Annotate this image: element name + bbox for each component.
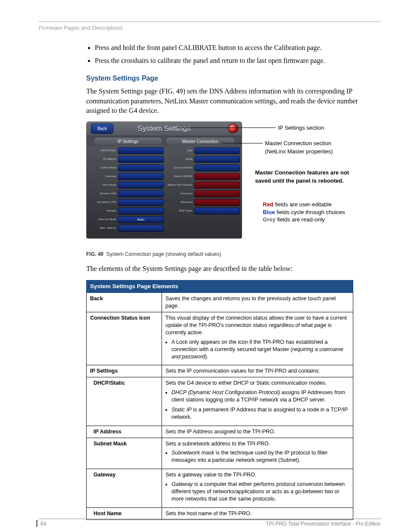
table-key: Host Name: [87, 507, 162, 520]
table-row: BackSaves the changes and returns you to…: [87, 293, 353, 312]
section-heading: System Settings Page: [86, 74, 381, 83]
page-footer: 64 TPI-PRO Total Presentation Interface …: [39, 519, 381, 519]
table-key: IP Address: [87, 426, 162, 438]
table-value: Sets a subnetwork address to the TPI-PRO…: [162, 438, 353, 469]
tab-ip-settings[interactable]: IP Settings: [93, 137, 163, 146]
system-settings-panel: Back System Settings IP Settings Master …: [86, 121, 242, 239]
table-key: IP Settings: [87, 365, 162, 377]
field-label: MAC Address: [88, 226, 118, 230]
callout-master-connection: Master Connection section (NetLinx Maste…: [265, 140, 333, 155]
field-label: Host Name: [88, 183, 118, 187]
page-number: 64: [40, 521, 46, 527]
ip-row: Gateway: [88, 173, 164, 180]
back-button[interactable]: Back: [91, 124, 113, 134]
table-value: Sets the IP Address assigned to the TPI-…: [162, 426, 353, 438]
field-label: Subnet Mask: [88, 166, 118, 170]
sub-list: DHCP (Dynamic Host Configuration Protoco…: [165, 389, 349, 421]
ip-row: IP Address: [88, 156, 164, 163]
field-input[interactable]: [118, 156, 164, 163]
callout-color-legend: Red fields are user-editable Blue fields…: [263, 201, 345, 224]
ip-row: Domain: [88, 207, 164, 215]
table-value: Sets the IP communication values for the…: [162, 365, 353, 377]
field-label: Master IP/URL: [165, 174, 194, 179]
sub-list: Subnetwork mask is the technique used by…: [165, 449, 349, 464]
table-value: This visual display of the connection st…: [162, 312, 353, 365]
elements-table: System Settings Page Elements BackSaves …: [86, 280, 353, 520]
field-label: Secondary DNS: [88, 200, 118, 205]
table-row: GatewaySets a gateway value to the TPI-P…: [87, 469, 353, 508]
field-label: Username: [165, 192, 194, 196]
field-input[interactable]: [194, 182, 240, 189]
field-input[interactable]: [118, 190, 164, 197]
sub-item: DHCP (Dynamic Host Configuration Protoco…: [171, 389, 349, 404]
sub-item: Static IP is a permanent IP Address that…: [171, 406, 349, 421]
field-label: Primary DNS: [88, 192, 118, 196]
field-label: Mode: [165, 157, 194, 162]
table-row: Host NameSets the host name of the TPI-P…: [87, 507, 353, 520]
ip-settings-column: DHCP/StaticIP AddressSubnet MaskGatewayH…: [88, 147, 164, 233]
running-header: Firmware Pages and Descriptions: [39, 25, 381, 31]
callout-reboot-note: Master Connection features are not saved…: [255, 169, 354, 184]
bullet-list: Press and hold the front panel CALIBRATE…: [39, 43, 381, 66]
table-value: Saves the changes and returns you to the…: [162, 293, 353, 312]
sub-item: Gateway is a computer that either perfor…: [171, 481, 349, 503]
field-input[interactable]: [118, 208, 164, 215]
field-label: Gateway: [88, 174, 118, 179]
field-input[interactable]: [118, 173, 164, 180]
field-input[interactable]: [118, 182, 164, 189]
field-input[interactable]: [194, 147, 240, 154]
field-input[interactable]: [118, 225, 164, 232]
table-key: Gateway: [87, 469, 162, 508]
tab-master-connection[interactable]: Master Connection: [165, 137, 235, 146]
post-figure-paragraph: The elements of the System Settings page…: [86, 264, 381, 274]
footer-text: TPI-PRO Total Presentation Interface - P…: [266, 521, 381, 527]
field-input[interactable]: [194, 156, 240, 163]
sub-item: A Lock only appears on the icon if the T…: [171, 339, 349, 361]
field-label: Master Port Number: [165, 183, 194, 187]
field-input[interactable]: [118, 147, 164, 154]
field-input[interactable]: [194, 173, 240, 180]
field-label: Ethernet Mode: [88, 218, 118, 222]
table-row: Subnet MaskSets a subnetwork address to …: [87, 438, 353, 469]
header-rule: [39, 22, 381, 22]
panel-columns: DHCP/StaticIP AddressSubnet MaskGatewayH…: [87, 146, 242, 238]
ip-row: Ethernet ModeAuto: [88, 216, 164, 224]
field-label: IP Address: [88, 157, 118, 162]
sub-list: Gateway is a computer that either perfor…: [165, 481, 349, 503]
field-input[interactable]: [194, 208, 240, 215]
bullet-item: Press the crosshairs to calibrate the pa…: [95, 56, 381, 65]
mc-row: Type: [165, 147, 240, 155]
panel-tabs: IP Settings Master Connection: [87, 136, 242, 146]
field-input[interactable]: [194, 165, 240, 171]
intro-paragraph: The System Settings page (FIG. 49) sets …: [86, 87, 381, 115]
callout-ip-settings: IP Settings section: [278, 124, 324, 132]
table-key: Connection Status icon: [87, 312, 162, 365]
field-input[interactable]: [194, 190, 240, 197]
field-label: DHCP/Static: [88, 149, 118, 153]
figure-wrapper: Back System Settings IP Settings Master …: [86, 121, 381, 246]
figure-caption: FIG. 49 System Connection page (showing …: [86, 251, 381, 258]
mc-row: Master Port Number: [165, 181, 240, 189]
table-value: Sets the host name of the TPI-PRO.: [162, 507, 353, 520]
master-connection-column: TypeModeSystem NumberMaster IP/URLMaster…: [165, 147, 240, 216]
page: Firmware Pages and Descriptions Press an…: [0, 0, 411, 532]
field-input[interactable]: Auto: [118, 216, 164, 223]
table-value: Sets the G4 device to either DHCP or Sta…: [162, 377, 353, 426]
mc-row: NDP Name: [165, 207, 240, 215]
table-row: DHCP/StaticSets the G4 device to either …: [87, 377, 353, 426]
ip-row: Secondary DNS: [88, 199, 164, 206]
body: Press and hold the front panel CALIBRATE…: [39, 43, 381, 520]
field-label: Type: [165, 149, 194, 153]
field-input[interactable]: [194, 199, 240, 206]
field-input[interactable]: [118, 165, 164, 171]
mc-row: Username: [165, 190, 240, 198]
ip-row: Subnet Mask: [88, 164, 164, 172]
ip-row: DHCP/Static: [88, 147, 164, 155]
field-input[interactable]: [118, 199, 164, 206]
table-key: DHCP/Static: [87, 377, 162, 426]
mc-row: System Number: [165, 164, 240, 172]
table-key: Subnet Mask: [87, 438, 162, 469]
table-row: Connection Status iconThis visual displa…: [87, 312, 353, 365]
ip-row: Primary DNS: [88, 190, 164, 198]
sub-list: A Lock only appears on the icon if the T…: [165, 339, 349, 361]
